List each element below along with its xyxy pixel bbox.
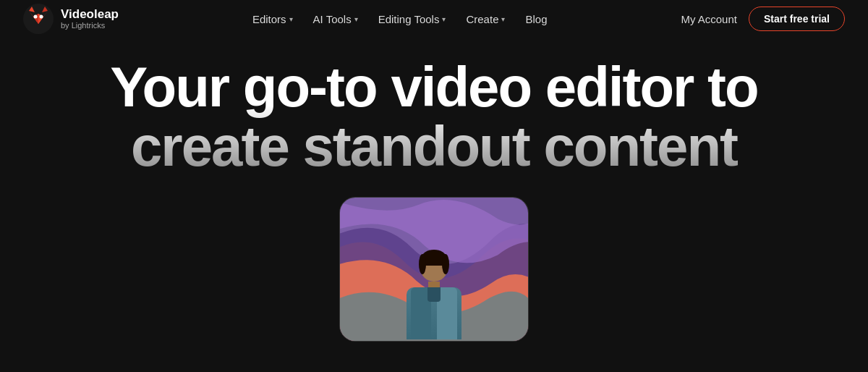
nav-item-editing-tools[interactable]: Editing Tools ▾ [370,9,455,30]
logo-subtitle: by Lightricks [61,21,119,30]
person-figure [401,254,467,341]
nav-item-blog[interactable]: Blog [516,9,556,30]
svg-point-4 [40,15,43,19]
nav-item-editors[interactable]: Editors ▾ [244,9,302,30]
video-card [339,197,529,342]
my-account-link[interactable]: My Account [681,13,737,25]
nav-link-create[interactable]: Create ▾ [457,9,514,30]
logo-text: Videoleap by Lightricks [61,8,119,30]
nav-right: My Account Start free trial [681,7,845,31]
video-card-container [339,197,529,342]
svg-point-3 [34,15,38,19]
nav-item-ai-tools[interactable]: AI Tools ▾ [305,9,367,30]
hero-title: Your go-to video editor to create stando… [110,58,757,177]
nav-item-create[interactable]: Create ▾ [457,9,514,30]
hero-line-2: create standout content [131,114,737,178]
nav-link-ai-tools[interactable]: AI Tools ▾ [305,9,367,30]
nav-link-editors[interactable]: Editors ▾ [244,9,302,30]
nav-link-blog[interactable]: Blog [516,9,556,30]
chevron-down-icon: ▾ [501,15,505,23]
hero-line-1: Your go-to video editor to [110,55,757,119]
start-trial-button[interactable]: Start free trial [749,7,845,31]
hero-section: Your go-to video editor to create stando… [0,38,868,342]
chevron-down-icon: ▾ [289,15,293,23]
logo-name: Videoleap [61,8,119,22]
chevron-down-icon: ▾ [354,15,358,23]
logo-icon [23,4,54,34]
chevron-down-icon: ▾ [442,15,446,23]
navbar: Videoleap by Lightricks Editors ▾ AI Too… [0,0,868,38]
logo-link[interactable]: Videoleap by Lightricks [23,4,119,34]
nav-links: Editors ▾ AI Tools ▾ Editing Tools ▾ Cre… [244,9,556,30]
nav-link-editing-tools[interactable]: Editing Tools ▾ [370,9,455,30]
